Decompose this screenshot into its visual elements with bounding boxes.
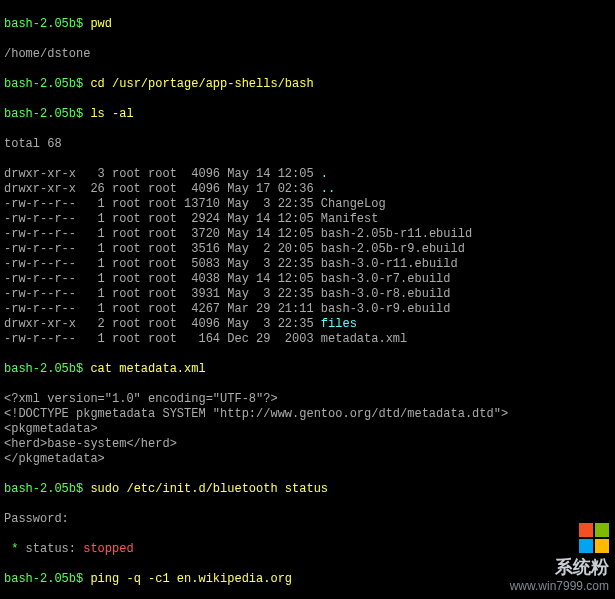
cmd-cat: cat metadata.xml: [90, 362, 205, 376]
watermark: 系统粉 www.win7999.com: [510, 523, 609, 593]
ls-row: -rw-r--r-- 1 root root 3931 May 3 22:35 …: [4, 287, 611, 302]
ls-row: -rw-r--r-- 1 root root 164 Dec 29 2003 m…: [4, 332, 611, 347]
xml-line: <?xml version="1.0" encoding="UTF-8"?>: [4, 392, 611, 407]
ls-row: -rw-r--r-- 1 root root 4038 May 14 12:05…: [4, 272, 611, 287]
prompt: bash-2.05b$: [4, 17, 83, 31]
xml-output: <?xml version="1.0" encoding="UTF-8"?><!…: [4, 392, 611, 467]
pwd-output: /home/dstone: [4, 47, 611, 62]
ls-row: -rw-r--r-- 1 root root 2924 May 14 12:05…: [4, 212, 611, 227]
terminal[interactable]: bash-2.05b$ pwd /home/dstone bash-2.05b$…: [0, 0, 615, 599]
cmd-ls: ls -al: [90, 107, 133, 121]
ls-row: drwxr-xr-x 3 root root 4096 May 14 12:05…: [4, 167, 611, 182]
ls-row: drwxr-xr-x 26 root root 4096 May 17 02:3…: [4, 182, 611, 197]
ls-row: -rw-r--r-- 1 root root 3720 May 14 12:05…: [4, 227, 611, 242]
xml-line: <!DOCTYPE pkgmetadata SYSTEM "http://www…: [4, 407, 611, 422]
xml-line: <herd>base-system</herd>: [4, 437, 611, 452]
cmd-pwd: pwd: [90, 17, 112, 31]
cmd-cd: cd /usr/portage/app-shells/bash: [90, 77, 313, 91]
ls-total: total 68: [4, 137, 611, 152]
ls-output: drwxr-xr-x 3 root root 4096 May 14 12:05…: [4, 167, 611, 347]
watermark-title: 系统粉: [510, 557, 609, 579]
xml-line: </pkgmetadata>: [4, 452, 611, 467]
ls-row: -rw-r--r-- 1 root root 5083 May 3 22:35 …: [4, 257, 611, 272]
ls-row: -rw-r--r-- 1 root root 3516 May 2 20:05 …: [4, 242, 611, 257]
cmd-sudo: sudo /etc/init.d/bluetooth status: [90, 482, 328, 496]
cmd-ping: ping -q -c1 en.wikipedia.org: [90, 572, 292, 586]
windows-logo-icon: [579, 523, 609, 553]
ls-row: drwxr-xr-x 2 root root 4096 May 3 22:35 …: [4, 317, 611, 332]
ls-row: -rw-r--r-- 1 root root 4267 Mar 29 21:11…: [4, 302, 611, 317]
watermark-url: www.win7999.com: [510, 579, 609, 593]
ls-row: -rw-r--r-- 1 root root 13710 May 3 22:35…: [4, 197, 611, 212]
xml-line: <pkgmetadata>: [4, 422, 611, 437]
